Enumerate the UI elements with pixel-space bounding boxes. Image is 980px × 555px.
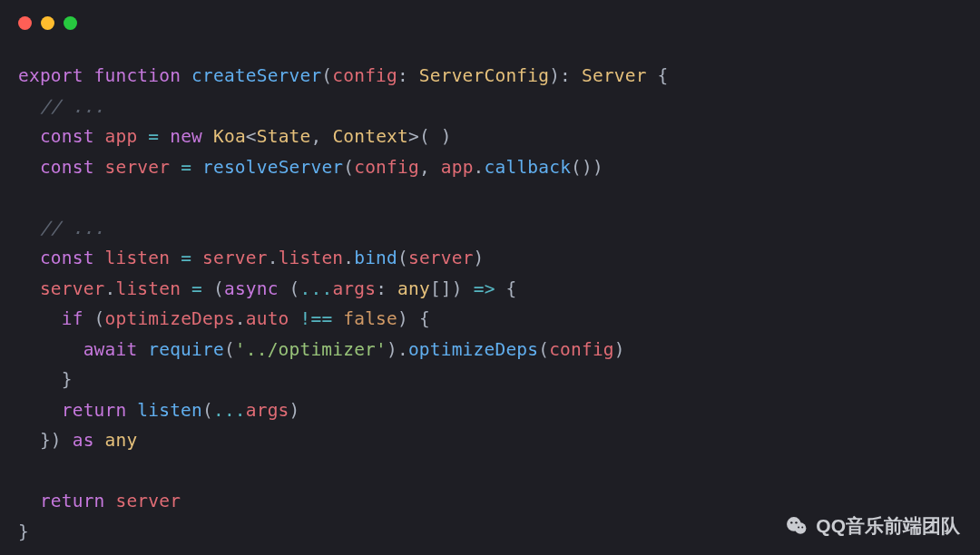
keyword-as: as (73, 430, 94, 451)
keyword-await: await (83, 339, 138, 360)
type-Server: Server (582, 65, 647, 86)
keyword-return: return (62, 400, 127, 421)
keyword-return: return (40, 491, 105, 511)
keyword-async: async (224, 278, 279, 299)
fn-resolveServer: resolveServer (202, 157, 343, 178)
keyword-const: const (40, 157, 94, 178)
fn-optimizeDeps: optimizeDeps (408, 339, 538, 360)
keyword-const: const (40, 248, 94, 268)
svg-point-4 (798, 527, 799, 529)
var-listen: listen (105, 248, 171, 268)
svg-point-2 (790, 521, 792, 523)
comment: // ... (40, 96, 105, 117)
fn-bind: bind (354, 248, 397, 268)
svg-point-1 (795, 522, 806, 533)
code-window: export function createServer(config: Ser… (0, 0, 980, 555)
var-app: app (105, 126, 138, 147)
type-ServerConfig: ServerConfig (419, 65, 549, 86)
close-icon[interactable] (18, 16, 32, 30)
fn-callback: callback (485, 157, 572, 178)
param-config: config (332, 65, 397, 86)
comment: // ... (40, 218, 105, 239)
function-createServer: createServer (191, 65, 321, 86)
keyword-export: export (18, 65, 83, 86)
code-block: export function createServer(config: Ser… (0, 30, 980, 548)
keyword-if: if (62, 308, 83, 329)
svg-point-3 (796, 521, 798, 523)
type-Koa: Koa (213, 126, 246, 147)
window-titlebar (0, 0, 980, 30)
keyword-const: const (40, 126, 94, 147)
var-server: server (105, 157, 171, 178)
keyword-function: function (94, 65, 181, 86)
type-Context: Context (332, 126, 408, 147)
fn-require: require (148, 339, 224, 360)
wechat-icon (785, 514, 808, 538)
svg-point-5 (802, 527, 804, 529)
watermark-text: QQ音乐前端团队 (816, 513, 960, 539)
watermark: QQ音乐前端团队 (785, 513, 960, 539)
minimize-icon[interactable] (41, 16, 54, 30)
type-any: any (397, 278, 430, 299)
string-optimizer-path: '../optimizer' (235, 339, 387, 360)
zoom-icon[interactable] (64, 16, 77, 30)
literal-false: false (343, 308, 397, 329)
keyword-new: new (170, 126, 202, 147)
type-State: State (257, 126, 311, 147)
param-args: args (332, 278, 376, 299)
